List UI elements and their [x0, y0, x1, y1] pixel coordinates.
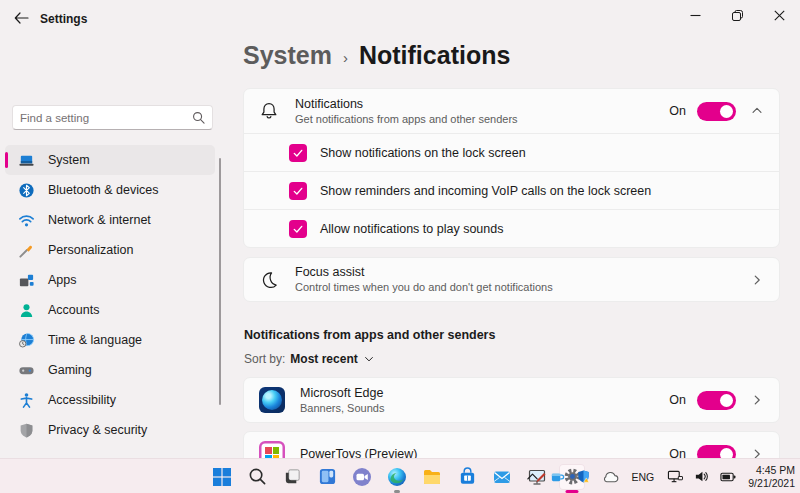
chat-icon	[352, 467, 372, 487]
onedrive-cloud-icon	[602, 470, 619, 483]
app-detail: Banners, Sounds	[300, 402, 384, 415]
checkbox-label: Show reminders and incoming VoIP calls o…	[320, 184, 651, 198]
sidebar-item-network-internet[interactable]: Network & internet	[5, 205, 215, 235]
toggle-knob	[720, 394, 733, 407]
taskbar-search-button[interactable]	[244, 464, 270, 490]
person-icon	[18, 302, 35, 319]
apps-section-heading: Notifications from apps and other sender…	[244, 328, 495, 342]
file-explorer-icon	[422, 467, 442, 487]
tray-network-button[interactable]	[665, 467, 685, 486]
cup-icon	[550, 469, 565, 484]
search-box[interactable]	[12, 105, 213, 130]
focus-assist-card[interactable]: Focus assist Control times when you do a…	[243, 257, 780, 302]
moon-icon	[259, 270, 279, 290]
globe-clock-icon	[18, 332, 35, 349]
widgets-icon	[318, 467, 337, 486]
sidebar-item-label: Personalization	[48, 243, 133, 257]
back-button[interactable]	[8, 7, 34, 29]
sidebar-item-personalization[interactable]: Personalization	[5, 235, 215, 265]
focus-assist-subtitle: Control times when you do and don't get …	[295, 281, 553, 294]
task-view-button[interactable]	[279, 464, 305, 490]
sidebar-item-time-language[interactable]: Time & language	[5, 325, 215, 355]
focus-assist-title: Focus assist	[295, 265, 553, 280]
sidebar-scrollbar[interactable]	[219, 158, 221, 405]
minimize-icon	[690, 10, 701, 21]
sidebar-item-accounts[interactable]: Accounts	[5, 295, 215, 325]
sidebar-item-label: System	[48, 153, 90, 167]
notifications-toggle[interactable]	[697, 102, 736, 121]
chevron-down-icon	[363, 353, 375, 365]
tray-time: 4:45 PM	[748, 464, 795, 477]
sidebar-item-label: Network & internet	[48, 213, 151, 227]
tray-cup-app-button[interactable]	[548, 467, 567, 486]
restore-icon	[732, 10, 743, 21]
bluetooth-icon	[18, 182, 35, 199]
file-explorer-button[interactable]	[419, 464, 445, 490]
option-row-reminders-voip[interactable]: Show reminders and incoming VoIP calls o…	[244, 172, 779, 210]
edge-icon	[387, 467, 407, 487]
store-button[interactable]	[454, 464, 480, 490]
chevron-right-icon	[750, 273, 764, 287]
sort-label: Sort by:	[244, 352, 285, 366]
sidebar-item-bluetooth-devices[interactable]: Bluetooth & devices	[5, 175, 215, 205]
option-row-play-sounds[interactable]: Allow notifications to play sounds	[244, 210, 779, 248]
sidebar-item-label: Time & language	[48, 333, 142, 347]
checkbox-show-reminders-voip[interactable]	[289, 182, 307, 200]
maximize-button[interactable]	[716, 0, 758, 30]
checkbox-show-notifications-lock-screen[interactable]	[289, 144, 307, 162]
start-icon	[212, 467, 232, 487]
app-toggle-label: On	[669, 393, 686, 407]
tray-volume-button[interactable]	[692, 467, 711, 486]
search-icon	[192, 111, 205, 124]
tray-security-button[interactable]	[574, 467, 593, 486]
taskbar: ENG 4:45 PM 9/21/2021	[0, 458, 800, 493]
sort-dropdown[interactable]: Sort by: Most recent	[244, 352, 375, 366]
chevron-up-icon[interactable]	[750, 104, 764, 118]
edge-notifications-toggle[interactable]	[697, 391, 736, 410]
notifications-row[interactable]: Notifications Get notifications from app…	[244, 89, 779, 134]
sidebar-nav: System Bluetooth & devices Network & int…	[5, 145, 215, 445]
sidebar-item-apps[interactable]: Apps	[5, 265, 215, 295]
edge-app-icon	[259, 387, 285, 413]
check-icon	[292, 185, 304, 197]
tray-battery-button[interactable]	[718, 469, 738, 485]
battery-icon	[720, 471, 736, 483]
breadcrumb-system[interactable]: System	[243, 41, 332, 70]
widgets-button[interactable]	[314, 464, 340, 490]
sidebar-item-privacy-security[interactable]: Privacy & security	[5, 415, 215, 445]
check-icon	[292, 223, 304, 235]
sidebar-item-system[interactable]: System	[5, 145, 215, 175]
tray-clock[interactable]: 4:45 PM 9/21/2021	[748, 464, 795, 489]
minimize-button[interactable]	[674, 0, 716, 30]
start-button[interactable]	[209, 464, 235, 490]
checkbox-allow-sounds[interactable]	[289, 220, 307, 238]
arrow-left-icon	[14, 12, 29, 24]
app-row-microsoft-edge[interactable]: Microsoft Edge Banners, Sounds On	[243, 377, 780, 423]
mail-button[interactable]	[489, 464, 515, 490]
app-name: Microsoft Edge	[300, 386, 384, 401]
close-button[interactable]	[758, 0, 800, 30]
sidebar-item-gaming[interactable]: Gaming	[5, 355, 215, 385]
sidebar-item-accessibility[interactable]: Accessibility	[5, 385, 215, 415]
window-title: Settings	[40, 12, 87, 26]
checkbox-label: Show notifications on the lock screen	[320, 146, 526, 160]
breadcrumb: System › Notifications	[243, 41, 510, 70]
apps-icon	[18, 272, 35, 289]
notifications-toggle-label: On	[669, 104, 686, 118]
bell-icon	[259, 101, 279, 121]
option-row-lock-screen[interactable]: Show notifications on the lock screen	[244, 134, 779, 172]
app-text: Microsoft Edge Banners, Sounds	[300, 386, 384, 415]
network-icon	[667, 469, 683, 484]
search-input[interactable]	[20, 112, 192, 124]
chat-button[interactable]	[349, 464, 375, 490]
focus-assist-text: Focus assist Control times when you do a…	[295, 265, 553, 294]
sort-value: Most recent	[290, 352, 357, 366]
tray-onedrive-button[interactable]	[600, 468, 621, 485]
volume-icon	[694, 469, 709, 484]
tray-language-button[interactable]: ENG	[628, 469, 659, 485]
page-title: Notifications	[359, 41, 510, 70]
edge-button[interactable]	[384, 464, 410, 490]
notifications-card: Notifications Get notifications from app…	[243, 88, 780, 248]
tray-chevron-up-button[interactable]	[524, 469, 541, 484]
tray-date: 9/21/2021	[748, 477, 795, 490]
